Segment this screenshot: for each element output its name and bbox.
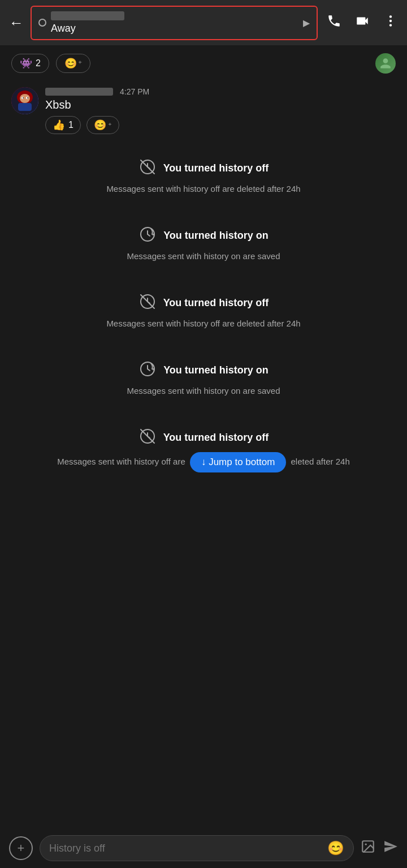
history-event-title-3: You turned history off — [163, 297, 269, 309]
history-event-row-5: You turned history off — [138, 427, 269, 448]
history-event-row-2: You turned history on — [138, 225, 269, 246]
add-reaction-icon: 😊 — [94, 119, 106, 131]
add-message-reaction[interactable]: 😊 ⁺ — [86, 116, 119, 134]
bottom-bar: + 😊 — [0, 828, 407, 868]
history-event-desc-4: Messages sent with history on are saved — [127, 386, 280, 396]
header-actions — [327, 14, 398, 32]
history-event-title-1: You turned history off — [163, 162, 269, 174]
phone-icon[interactable] — [327, 14, 341, 32]
image-button[interactable] — [361, 839, 375, 857]
history-event-desc-2: Messages sent with history on are saved — [127, 251, 280, 261]
reactions-bar: 👾 2 😊 ⁺ — [0, 45, 407, 81]
history-event-title-2: You turned history on — [163, 230, 269, 242]
history-event-row-3: You turned history off — [138, 293, 269, 313]
reaction-count-invader: 2 — [36, 58, 41, 68]
history-event-desc-3: Messages sent with history off are delet… — [106, 319, 300, 328]
history-off-icon-2 — [138, 293, 157, 313]
svg-point-10 — [27, 97, 28, 98]
add-attachment-button[interactable]: + — [9, 836, 33, 860]
svg-point-2 — [389, 24, 392, 26]
history-event-4: You turned history on Messages sent with… — [11, 342, 396, 409]
status-circle-icon — [38, 19, 46, 27]
messages-area: 4:27 PM Xbsb 👍 1 😊 ⁺ — [0, 81, 407, 540]
history-event-row-4: You turned history on — [138, 360, 269, 380]
history-off-icon-1 — [138, 158, 157, 178]
message-reactions: 👍 1 😊 ⁺ — [45, 116, 396, 134]
sender-name-bar — [45, 88, 113, 96]
reaction-chip-invader[interactable]: 👾 2 — [11, 54, 49, 73]
send-button[interactable] — [383, 839, 398, 857]
history-event-title-4: You turned history on — [163, 364, 269, 376]
reaction-chip-add[interactable]: 😊 ⁺ — [56, 54, 90, 73]
message-time: 4:27 PM — [120, 87, 149, 96]
message-header: 4:27 PM — [45, 87, 396, 96]
history-on-icon-2 — [138, 360, 157, 380]
jump-to-bottom-button[interactable]: ↓ Jump to bottom — [190, 452, 286, 472]
message-content: 4:27 PM Xbsb 👍 1 😊 ⁺ — [45, 87, 396, 134]
message-input-wrap: 😊 — [40, 835, 354, 861]
thumbs-up-count: 1 — [68, 120, 73, 130]
history-event-row-1: You turned history off — [138, 158, 269, 178]
svg-point-6 — [20, 94, 30, 103]
sender-avatar — [11, 87, 38, 114]
contact-header-block[interactable]: Away ▶ — [31, 6, 318, 40]
more-options-icon[interactable] — [383, 14, 398, 32]
chat-message: 4:27 PM Xbsb 👍 1 😊 ⁺ — [11, 87, 396, 134]
history-event-5: You turned history off Messages sent wit… — [11, 409, 396, 529]
header: ← Away ▶ — [0, 0, 407, 45]
svg-point-1 — [389, 20, 392, 22]
invader-emoji: 👾 — [20, 57, 32, 70]
back-button[interactable]: ← — [9, 14, 24, 32]
history-event-2: You turned history on Messages sent with… — [11, 207, 396, 274]
chevron-right-icon: ▶ — [303, 18, 310, 28]
jump-arrow-icon: ↓ — [201, 457, 206, 467]
history-off-icon-3 — [138, 427, 157, 448]
user-avatar — [375, 53, 396, 74]
svg-point-22 — [365, 844, 367, 845]
history-event-3: You turned history off Messages sent wit… — [11, 274, 396, 342]
add-reaction-emoji: 😊 — [64, 57, 77, 70]
message-input[interactable] — [49, 843, 322, 854]
history-event-1: You turned history off Messages sent wit… — [11, 140, 396, 207]
thumbs-up-emoji: 👍 — [53, 119, 65, 131]
contact-status: Away — [51, 23, 76, 34]
svg-rect-5 — [18, 103, 32, 111]
bottom-right-actions — [361, 839, 398, 857]
svg-point-9 — [23, 97, 24, 98]
thumbs-up-reaction[interactable]: 👍 1 — [45, 116, 81, 134]
history-on-icon-1 — [138, 225, 157, 246]
contact-name-bar — [51, 11, 124, 20]
svg-point-0 — [389, 15, 392, 18]
video-icon[interactable] — [355, 14, 370, 32]
message-text: Xbsb — [45, 98, 396, 111]
history-event-desc-5: Messages sent with history off are ↓ Jum… — [57, 457, 350, 466]
emoji-button[interactable]: 😊 — [327, 840, 344, 856]
history-event-desc-1: Messages sent with history off are delet… — [106, 184, 300, 194]
history-event-title-5: You turned history off — [163, 432, 269, 444]
